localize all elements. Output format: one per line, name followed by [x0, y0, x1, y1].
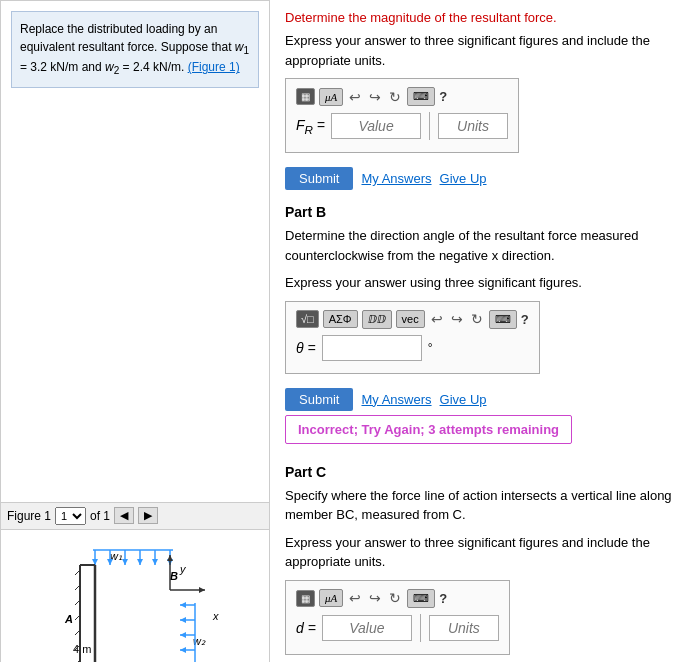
part-b-give-up-button[interactable]: Give Up — [440, 392, 487, 407]
part-b-matrix-button[interactable]: ⅅⅅ — [362, 310, 392, 329]
part-a-mu-button[interactable]: μA — [319, 88, 343, 106]
part-c-toolbar: ▦ μA ↩ ↪ ↻ ⌨ ? — [296, 589, 499, 608]
part-b-input-row: θ = ° — [296, 335, 529, 361]
part-a-separator — [429, 112, 430, 140]
left-panel: Replace the distributed loading by an eq… — [0, 0, 270, 662]
part-a-redo-button[interactable]: ↪ — [367, 89, 383, 105]
part-c: Part C Specify where the force line of a… — [285, 464, 685, 663]
part-b-header: Part B — [285, 204, 685, 220]
part-a-toolbar: ▦ μA ↩ ↪ ↻ ⌨ ? — [296, 87, 508, 106]
part-c-determine: Specify where the force line of action i… — [285, 486, 685, 525]
figure-diagram: y x w₁ — [1, 530, 269, 663]
figure-of: of 1 — [90, 509, 110, 523]
part-a-keyboard-button[interactable]: ⌨ — [407, 87, 435, 106]
part-c-mu-button[interactable]: μA — [319, 589, 343, 607]
part-b-theta-input[interactable] — [322, 335, 422, 361]
figure-next-button[interactable]: ▶ — [138, 507, 158, 524]
part-a-value-input[interactable] — [331, 113, 421, 139]
part-b-label: θ = — [296, 340, 316, 356]
part-a-units-input[interactable] — [438, 113, 508, 139]
part-c-units-input[interactable] — [429, 615, 499, 641]
part-c-input-row: d = — [296, 614, 499, 642]
svg-text:B: B — [170, 570, 178, 582]
part-a-submit-button[interactable]: Submit — [285, 167, 353, 190]
part-c-header: Part C — [285, 464, 685, 480]
part-a-refresh-button[interactable]: ↻ — [387, 89, 403, 105]
part-b-answer-box: √□ AΣΦ ⅅⅅ vec ↩ ↪ ↻ ⌨ ? θ = ° — [285, 301, 540, 374]
part-b-incorrect-banner: Incorrect; Try Again; 3 attempts remaini… — [285, 415, 572, 444]
part-b-vec-button[interactable]: vec — [396, 310, 425, 328]
part-a: Determine the magnitude of the resultant… — [285, 10, 685, 190]
figure-box: Figure 1 1 of 1 ◀ ▶ y x — [1, 502, 269, 663]
part-b-undo-button[interactable]: ↩ — [429, 311, 445, 327]
part-a-btn-row: Submit My Answers Give Up — [285, 167, 685, 190]
part-c-refresh-button[interactable]: ↻ — [387, 590, 403, 606]
part-c-answer-box: ▦ μA ↩ ↪ ↻ ⌨ ? d = — [285, 580, 510, 655]
part-b-express: Express your answer using three signific… — [285, 273, 685, 293]
part-a-give-up-button[interactable]: Give Up — [440, 171, 487, 186]
part-a-help-button[interactable]: ? — [439, 89, 447, 104]
part-b-help-button[interactable]: ? — [521, 312, 529, 327]
figure-select[interactable]: 1 — [55, 507, 86, 525]
part-b-toolbar: √□ AΣΦ ⅅⅅ vec ↩ ↪ ↻ ⌨ ? — [296, 310, 529, 329]
part-a-my-answers-button[interactable]: My Answers — [361, 171, 431, 186]
part-b-radical-button[interactable]: √□ — [296, 310, 319, 328]
part-c-redo-button[interactable]: ↪ — [367, 590, 383, 606]
part-b-keyboard-button[interactable]: ⌨ — [489, 310, 517, 329]
part-a-determine: Determine the magnitude of the resultant… — [285, 10, 685, 25]
part-c-keyboard-button[interactable]: ⌨ — [407, 589, 435, 608]
part-c-value-input[interactable] — [322, 615, 412, 641]
part-b-my-answers-button[interactable]: My Answers — [361, 392, 431, 407]
part-c-separator — [420, 614, 421, 642]
part-b-sigma-button[interactable]: AΣΦ — [323, 310, 358, 328]
figure-svg: y x w₁ — [15, 535, 255, 663]
right-panel: Determine the magnitude of the resultant… — [270, 0, 700, 662]
part-a-express: Express your answer to three significant… — [285, 31, 685, 70]
part-b-determine: Determine the direction angle of the res… — [285, 226, 685, 265]
part-b: Part B Determine the direction angle of … — [285, 204, 685, 450]
part-b-degree: ° — [428, 341, 433, 355]
part-a-input-row: FR = — [296, 112, 508, 140]
part-b-redo-button[interactable]: ↪ — [449, 311, 465, 327]
figure-prev-button[interactable]: ◀ — [114, 507, 134, 524]
part-a-answer-box: ▦ μA ↩ ↪ ↻ ⌨ ? FR = — [285, 78, 519, 153]
part-b-btn-row: Submit My Answers Give Up — [285, 388, 685, 411]
part-a-grid-icon[interactable]: ▦ — [296, 88, 315, 105]
figure-label: Figure 1 — [7, 509, 51, 523]
part-c-express: Express your answer to three significant… — [285, 533, 685, 572]
figure-nav: Figure 1 1 of 1 ◀ ▶ — [1, 503, 269, 530]
svg-rect-0 — [15, 535, 255, 663]
svg-text:x: x — [212, 610, 219, 622]
part-c-undo-button[interactable]: ↩ — [347, 590, 363, 606]
part-c-grid-icon[interactable]: ▦ — [296, 590, 315, 607]
part-c-help-button[interactable]: ? — [439, 591, 447, 606]
svg-text:A: A — [64, 613, 73, 625]
part-b-refresh-button[interactable]: ↻ — [469, 311, 485, 327]
problem-statement: Replace the distributed loading by an eq… — [11, 11, 259, 88]
part-c-label: d = — [296, 620, 316, 636]
part-b-submit-button[interactable]: Submit — [285, 388, 353, 411]
part-a-undo-button[interactable]: ↩ — [347, 89, 363, 105]
figure-link[interactable]: (Figure 1) — [188, 60, 240, 74]
part-a-label: FR = — [296, 117, 325, 136]
